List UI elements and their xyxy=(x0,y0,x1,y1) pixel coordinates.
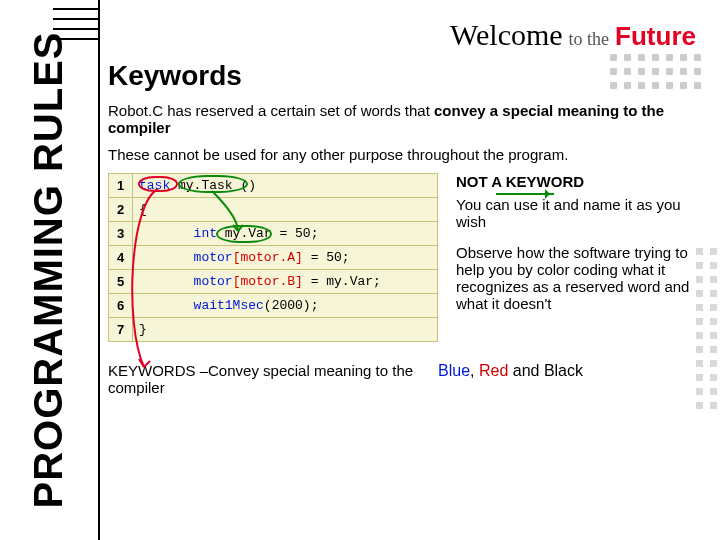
color-black: Black xyxy=(544,362,583,379)
intro-plain: Robot.C has reserved a certain set of wo… xyxy=(108,102,434,119)
intro-text-1: Robot.C has reserved a certain set of wo… xyxy=(108,102,708,136)
brand-header: Welcome to the Future xyxy=(450,18,696,52)
code-block: 1task my.Task ()2{3 int my.Var = 50;4 mo… xyxy=(108,173,438,342)
annotation-arrow-myvar xyxy=(208,187,328,247)
brand-to: to the xyxy=(569,29,610,50)
color-blue: Blue xyxy=(438,362,470,379)
sidebar-bar: PROGRAMMING RULES xyxy=(0,0,100,540)
intro-text-2: These cannot be used for any other purpo… xyxy=(108,146,708,163)
annotation-arrow-keywords xyxy=(120,183,180,383)
bottom-right-text: Blue, Red and Black xyxy=(438,362,708,396)
annotation-arrow-not-keyword xyxy=(496,193,554,195)
notes-column: NOT A KEYWORD You can use it and name it… xyxy=(456,173,708,342)
brand-future: Future xyxy=(615,21,696,52)
color-red: Red xyxy=(479,362,508,379)
sidebar-title: PROGRAMMING RULES xyxy=(26,32,71,509)
note-not-keyword: NOT A KEYWORD xyxy=(456,173,708,190)
slide-title: Keywords xyxy=(108,60,708,92)
brand-welcome: Welcome xyxy=(450,18,563,52)
content-area: Keywords Robot.C has reserved a certain … xyxy=(108,60,708,532)
note-observe: Observe how the software trying to help … xyxy=(456,244,708,312)
note-use-name: You can use it and name it as you wish xyxy=(456,196,708,230)
